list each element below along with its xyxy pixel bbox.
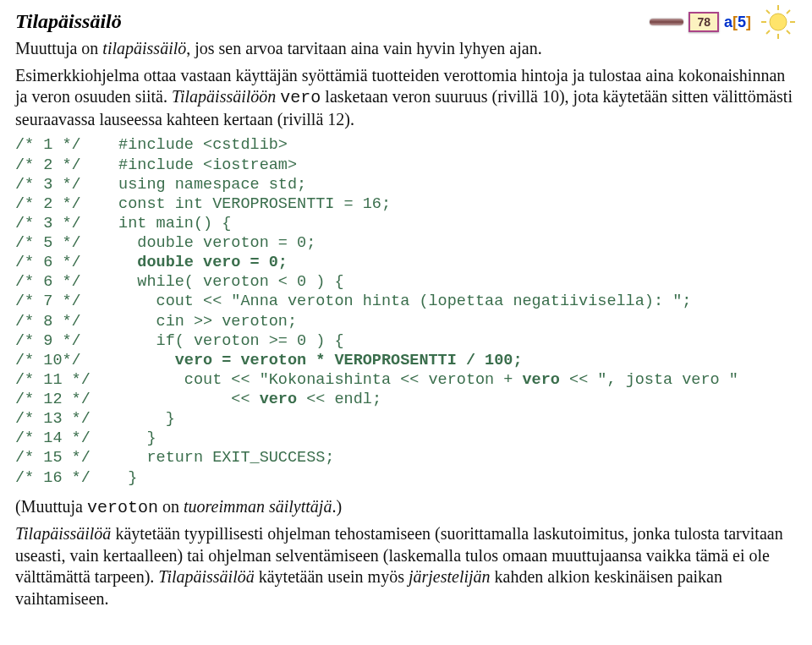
- code-l14a: /* 12 */ <<: [15, 391, 260, 408]
- code-l4: /* 2 */ const int VEROPROSENTTI = 16;: [15, 195, 391, 213]
- code-l5: /* 3 */ int main() {: [15, 215, 231, 232]
- code-l17: /* 15 */ return EXIT_SUCCESS;: [15, 449, 334, 467]
- ref-bracket-close: ]: [746, 14, 751, 30]
- p1t2: tilapäissäilö: [102, 39, 186, 57]
- p3t3: on: [158, 497, 184, 516]
- code-l14b: vero: [260, 391, 297, 408]
- page-number-box: 78: [689, 12, 719, 32]
- code-l15: /* 13 */ }: [15, 410, 175, 428]
- p2t4: vero: [280, 88, 321, 107]
- reference-label: a[5]: [724, 14, 751, 31]
- note-paragraph: (Muuttuja veroton on tuoreimman säilyttä…: [15, 496, 797, 519]
- svg-line-8: [787, 10, 790, 14]
- code-l12a: /* 10*/: [15, 352, 175, 369]
- code-l6: /* 5 */ double veroton = 0;: [15, 234, 315, 252]
- p3t5: .): [332, 497, 342, 516]
- p3t1: (Muuttuja: [15, 497, 87, 516]
- p4t5: järjestelijän: [409, 567, 491, 586]
- p3t2: veroton: [87, 498, 158, 517]
- rod-decoration: [650, 19, 683, 25]
- svg-line-5: [766, 10, 770, 14]
- ref-a: a: [724, 14, 732, 30]
- code-l16: /* 14 */ }: [15, 429, 156, 447]
- closing-paragraph: Tilapäissäilöä käytetään tyypillisesti o…: [15, 523, 797, 609]
- p1t1: Muuttuja on: [15, 39, 102, 57]
- code-l7b: double vero = 0;: [137, 254, 288, 271]
- p3t4: tuoreimman säilyttäjä: [184, 497, 332, 516]
- ref-num: 5: [738, 14, 746, 30]
- svg-line-6: [787, 30, 790, 34]
- intro-paragraph-2: Esimerkkiohjelma ottaa vastaan käyttäjän…: [15, 65, 797, 131]
- code-l11: /* 9 */ if( veroton >= 0 ) {: [15, 332, 344, 350]
- intro-paragraph-1: Muuttuja on tilapäissäilö, jos sen arvoa…: [15, 38, 797, 60]
- code-l8: /* 6 */ while( veroton < 0 ) {: [15, 273, 344, 291]
- sun-icon: [760, 3, 797, 41]
- code-l10: /* 8 */ cin >> veroton;: [15, 313, 297, 331]
- p4t1: Tilapäissäilöä: [15, 524, 111, 543]
- code-l13a: /* 11 */ cout << "Kokonaishinta << verot…: [15, 371, 523, 389]
- svg-line-7: [766, 30, 770, 34]
- code-l2: /* 2 */ #include <iostream>: [15, 156, 297, 174]
- code-l18: /* 16 */ }: [15, 469, 137, 487]
- header-right-widgets: 78 a[5]: [650, 3, 797, 41]
- code-l7a: /* 6 */: [15, 254, 137, 271]
- p4t3: Tilapäissäilöä: [158, 567, 254, 586]
- p2t2: Tilapäissäilöön: [172, 87, 276, 106]
- code-l1: /* 1 */ #include <cstdlib>: [15, 136, 288, 154]
- svg-point-0: [770, 14, 787, 30]
- p4t4: käytetään usein myös: [255, 567, 409, 586]
- code-l3: /* 3 */ using namespace std;: [15, 176, 306, 194]
- p1t3: , jos sen arvoa tarvitaan aina vain hyvi…: [186, 39, 541, 57]
- code-l13c: << ", josta vero ": [560, 371, 738, 389]
- code-l12b: vero = veroton * VEROPROSENTTI / 100;: [175, 352, 523, 369]
- code-l9: /* 7 */ cout << "Anna veroton hinta (lop…: [15, 292, 691, 310]
- code-l13b: vero: [523, 371, 560, 389]
- code-l14c: << endl;: [297, 391, 381, 408]
- code-listing: /* 1 */ #include <cstdlib> /* 2 */ #incl…: [15, 135, 797, 487]
